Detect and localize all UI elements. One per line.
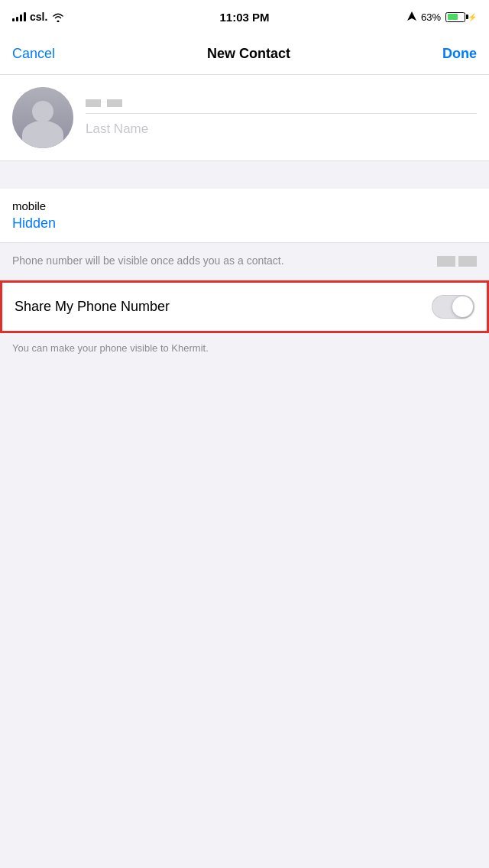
page-title: New Contact — [207, 46, 290, 62]
battery-fill — [448, 14, 458, 20]
contact-form — [0, 75, 489, 161]
cancel-button[interactable]: Cancel — [12, 46, 55, 62]
phone-value: Hidden — [12, 215, 477, 232]
avatar-silhouette — [12, 87, 73, 148]
status-time: 11:03 PM — [219, 11, 269, 24]
toggle-knob — [452, 296, 473, 317]
signal-bar-4 — [24, 12, 26, 21]
company-value-hidden — [107, 99, 122, 107]
signal-bar-2 — [16, 17, 18, 21]
phone-section: mobile Hidden — [0, 189, 489, 243]
last-name-input[interactable] — [86, 121, 477, 137]
first-name-row — [86, 99, 477, 114]
status-left: csl. — [12, 11, 65, 23]
section-separator-1 — [0, 161, 489, 189]
done-button[interactable]: Done — [442, 46, 477, 62]
battery-percent: 63% — [421, 11, 441, 23]
avatar[interactable] — [12, 87, 73, 148]
phone-label: mobile — [12, 199, 477, 212]
share-note: You can make your phone visible to Kherm… — [0, 333, 489, 371]
last-name-row[interactable] — [86, 114, 477, 137]
charging-bolt-icon: ⚡ — [468, 13, 477, 21]
share-phone-toggle[interactable] — [432, 295, 474, 319]
nav-bar: Cancel New Contact Done — [0, 34, 489, 75]
status-bar: csl. 11:03 PM 63% ⚡ — [0, 0, 489, 34]
pixel-block-1 — [437, 256, 455, 267]
phone-note: Phone number will be visible once adds y… — [0, 243, 489, 280]
battery-container: ⚡ — [445, 12, 477, 22]
signal-bars-icon — [12, 12, 26, 21]
share-section-highlight: Share My Phone Number — [0, 280, 489, 333]
pixel-block-2 — [458, 256, 477, 267]
share-note-text: You can make your phone visible to Kherm… — [12, 342, 209, 354]
bottom-spacer — [0, 371, 489, 600]
signal-bar-1 — [12, 18, 15, 21]
battery-icon — [445, 12, 465, 22]
carrier-name: csl. — [30, 11, 47, 23]
contact-fields — [86, 99, 477, 137]
status-right: 63% ⚡ — [407, 11, 477, 23]
phone-note-text: Phone number will be visible once adds y… — [12, 254, 428, 269]
share-phone-label: Share My Phone Number — [15, 299, 170, 315]
share-section: Share My Phone Number — [2, 283, 487, 331]
signal-bar-3 — [20, 15, 22, 21]
first-name-value-hidden — [86, 99, 101, 107]
phone-note-pixels — [437, 256, 477, 267]
wifi-icon — [51, 11, 65, 22]
location-icon — [407, 11, 416, 22]
